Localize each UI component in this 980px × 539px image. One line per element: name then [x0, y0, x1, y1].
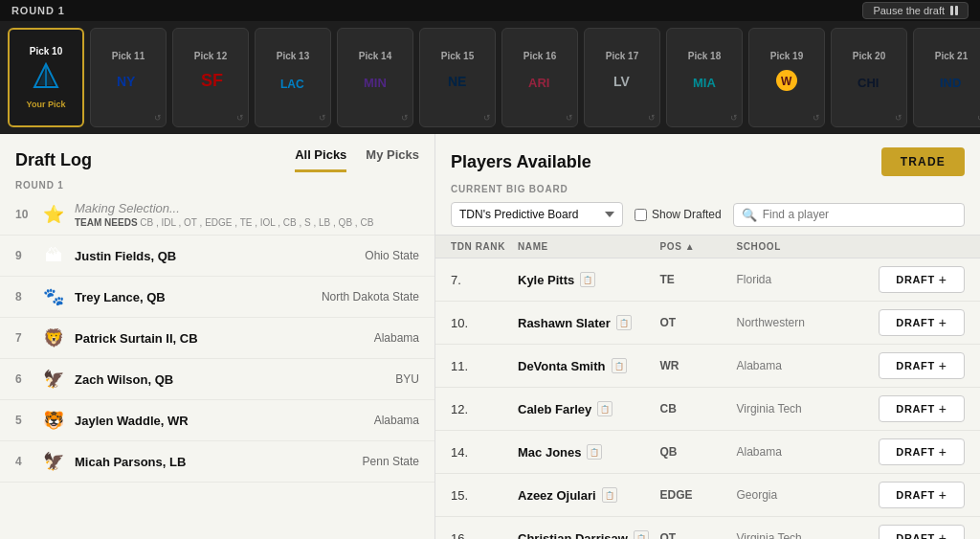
draft-button[interactable]: DRAFT + — [879, 352, 965, 379]
player-rank: 10. — [451, 316, 518, 330]
draft-button[interactable]: DRAFT + — [879, 266, 965, 293]
draft-pick-row: 9 🏔 Justin Fields, QB Ohio State — [0, 236, 434, 277]
pick-label: Pick 18 — [688, 51, 721, 61]
players-title: Players Available — [451, 152, 591, 172]
pick-card-12[interactable]: Pick 12 SF ↺ — [172, 28, 249, 127]
trade-button[interactable]: TRADE — [881, 147, 965, 176]
main-content: Draft Log All Picks My Picks ROUND 1 10 … — [0, 134, 980, 539]
swap-icon: ↺ — [154, 113, 162, 123]
team-logo: NY — [113, 65, 144, 101]
pick-card-17[interactable]: Pick 17 LV ↺ — [584, 28, 660, 127]
pick-card-14[interactable]: Pick 14 MIN ↺ — [337, 28, 413, 127]
note-icon[interactable]: 📋 — [612, 358, 627, 373]
svg-text:ARI: ARI — [528, 76, 549, 90]
draft-label: DRAFT — [896, 274, 935, 285]
player-school: Virginia Tech — [737, 531, 880, 539]
pick-label: Pick 16 — [523, 51, 556, 61]
school-name: Alabama — [374, 331, 419, 345]
draft-log-panel: Draft Log All Picks My Picks ROUND 1 10 … — [0, 134, 435, 539]
round-section-label: ROUND 1 — [0, 172, 434, 194]
draft-button[interactable]: DRAFT + — [879, 309, 965, 336]
player-row: 14. Mac Jones 📋 QB Alabama DRAFT + — [435, 431, 980, 474]
col-school-header: SCHOOL — [737, 241, 880, 252]
pick-number: 4 — [15, 455, 33, 468]
pick-label: Pick 20 — [853, 51, 885, 61]
pick-label: Pick 15 — [441, 51, 474, 61]
note-icon[interactable]: 📋 — [587, 444, 602, 460]
pick-card-21[interactable]: Pick 21 IND ↺ — [913, 28, 980, 127]
player-info: Trey Lance, QB — [75, 290, 322, 304]
player-position: TE — [660, 273, 737, 286]
note-icon[interactable]: 📋 — [602, 487, 617, 503]
draft-label: DRAFT — [896, 532, 935, 539]
team-logo-sm: 🦅 — [40, 366, 67, 393]
player-position: CB — [660, 402, 737, 415]
player-school: Alabama — [737, 445, 880, 459]
pick-card-15[interactable]: Pick 15 NE ↺ — [419, 28, 496, 127]
pick-card-10[interactable]: Pick 10 Your Pick — [8, 28, 84, 127]
player-name: Caleb Farley 📋 — [518, 401, 660, 416]
draft-button[interactable]: DRAFT + — [879, 438, 965, 465]
top-header: ROUND 1 Pause the draft — [0, 0, 980, 21]
show-drafted-label[interactable]: Show Drafted — [635, 208, 722, 221]
note-icon[interactable]: 📋 — [634, 530, 649, 539]
draft-plus-icon: + — [939, 358, 947, 373]
player-row: 16. Christian Darrisaw 📋 OT Virginia Tec… — [435, 517, 980, 539]
school-name: Penn State — [363, 455, 419, 468]
note-icon[interactable]: 📋 — [616, 315, 632, 330]
pick-card-20[interactable]: Pick 20 CHI ↺ — [831, 28, 907, 127]
tab-all-picks[interactable]: All Picks — [295, 147, 346, 172]
team-logo: W — [771, 65, 802, 101]
player-name: Trey Lance, QB — [75, 290, 322, 304]
tab-my-picks[interactable]: My Picks — [366, 147, 419, 172]
pick-card-16[interactable]: Pick 16 ARI ↺ — [501, 28, 578, 127]
search-input[interactable] — [763, 208, 956, 221]
draft-button[interactable]: DRAFT + — [879, 525, 965, 539]
svg-text:NE: NE — [448, 74, 466, 89]
players-rows: 7. Kyle Pitts 📋 TE Florida DRAFT + 10. R… — [435, 258, 980, 539]
player-name: Christian Darrisaw 📋 — [518, 530, 660, 539]
player-info: Making Selection... TEAM NEEDS CB , IDL … — [75, 201, 419, 228]
search-icon: 🔍 — [742, 208, 757, 222]
players-table: TDN RANK NAME POS ▲ SCHOOL 7. Kyle Pitts… — [435, 235, 980, 539]
team-needs: TEAM NEEDS CB , IDL , OT , EDGE , TE , I… — [75, 217, 419, 228]
board-select[interactable]: TDN's Predictive Board — [451, 202, 623, 227]
note-icon[interactable]: 📋 — [597, 401, 612, 416]
player-name: Rashawn Slater 📋 — [518, 315, 660, 330]
pick-card-11[interactable]: Pick 11 NY ↺ — [90, 28, 167, 127]
show-drafted-checkbox[interactable] — [635, 209, 647, 221]
draft-button[interactable]: DRAFT + — [879, 395, 965, 422]
player-name: Patrick Surtain II, CB — [75, 331, 374, 346]
draft-plus-icon: + — [939, 401, 947, 416]
big-board-row: CURRENT BIG BOARD — [435, 184, 980, 202]
note-icon[interactable]: 📋 — [580, 272, 595, 287]
player-info: Jaylen Waddle, WR — [75, 414, 374, 428]
school-name: North Dakota State — [322, 290, 419, 303]
pick-card-18[interactable]: Pick 18 MIA ↺ — [666, 28, 743, 127]
team-logo-sm: 🐾 — [40, 283, 67, 310]
pick-label: Pick 19 — [770, 51, 803, 61]
player-name: Azeez Ojulari 📋 — [518, 487, 660, 503]
svg-text:MIN: MIN — [364, 76, 387, 90]
round-label: ROUND 1 — [11, 5, 65, 16]
pause-draft-button[interactable]: Pause the draft — [862, 2, 969, 19]
team-logo: LAC — [278, 65, 308, 101]
player-row: 12. Caleb Farley 📋 CB Virginia Tech DRAF… — [435, 388, 980, 431]
player-row: 10. Rashawn Slater 📋 OT Northwestern DRA… — [435, 302, 980, 345]
swap-icon: ↺ — [566, 113, 573, 123]
picks-list: 10 ⭐ Making Selection... TEAM NEEDS CB ,… — [0, 194, 434, 539]
player-school: Florida — [737, 273, 880, 286]
players-header: Players Available TRADE — [435, 134, 980, 184]
swap-icon: ↺ — [813, 113, 820, 123]
pick-card-19[interactable]: Pick 19 W ↺ — [748, 28, 825, 127]
draft-button[interactable]: DRAFT + — [879, 482, 965, 508]
team-logo-sm: ⭐ — [40, 201, 67, 228]
draft-log-header: Draft Log All Picks My Picks — [0, 134, 434, 172]
player-position: WR — [660, 359, 737, 372]
player-position: QB — [660, 445, 737, 459]
player-school: Alabama — [737, 359, 880, 372]
swap-icon: ↺ — [730, 113, 738, 123]
draft-plus-icon: + — [939, 530, 947, 539]
pick-card-13[interactable]: Pick 13 LAC ↺ — [255, 28, 331, 127]
player-name: Micah Parsons, LB — [75, 455, 363, 469]
